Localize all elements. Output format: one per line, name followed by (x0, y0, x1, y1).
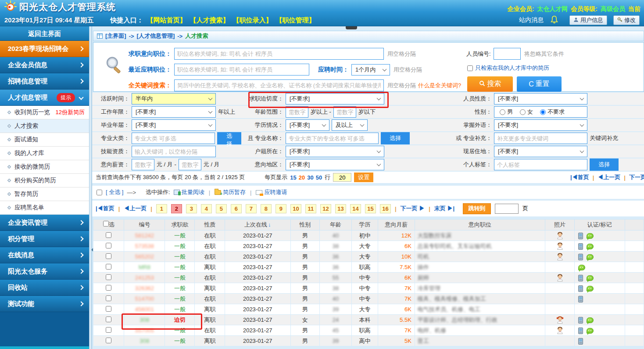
intent-position-input[interactable] (174, 48, 384, 60)
page-button-3[interactable]: 3 (186, 204, 197, 213)
phone-verified-icon[interactable] (578, 285, 583, 292)
first-page-link[interactable]: |◀首页 (96, 205, 114, 212)
only-my-pool-checkbox[interactable] (467, 65, 473, 71)
page-size-input[interactable] (333, 173, 351, 182)
phone-verified-icon[interactable] (578, 243, 583, 250)
sidebar-submenu-talent-search[interactable]: 人才搜索 (0, 119, 89, 133)
breadcrumb-talent-info[interactable]: [人才信息管理] (137, 32, 175, 40)
quick-link[interactable]: 【职位管理】 (275, 16, 315, 25)
candidate-avatar[interactable] (556, 234, 564, 241)
quick-link[interactable]: 【人才搜索】 (190, 16, 229, 25)
sidebar-submenu-points-purchased-resumes[interactable]: 积分购买的简历 (0, 174, 89, 187)
only-my-pool-label[interactable]: 只检索在我的人才库中的简历 (475, 64, 549, 72)
phone-verified-icon[interactable] (578, 327, 583, 334)
filter-education-select[interactable]: [不要求] (286, 119, 329, 131)
row-checkbox[interactable] (106, 285, 111, 291)
sort-desc-icon[interactable]: ↓ (268, 221, 271, 228)
quick-link[interactable]: 【网站首页】 (147, 16, 186, 25)
wechat-icon[interactable] (587, 275, 594, 281)
sidebar-menu-online-messages[interactable]: 在线消息 (0, 247, 89, 263)
filter-major-category-input[interactable] (132, 133, 215, 144)
candidate-id-cell[interactable]: 308 (124, 336, 165, 346)
user-info-button[interactable]: 用户信息 (569, 15, 607, 25)
phone-verified-icon[interactable] (578, 233, 583, 239)
page-button-15[interactable]: 15 (365, 204, 376, 213)
candidate-id-cell[interactable]: 573538 (124, 241, 165, 252)
phone-verified-icon[interactable] (578, 275, 583, 281)
row-checkbox[interactable] (106, 327, 111, 333)
candidate-id-cell[interactable]: MR8 (124, 262, 165, 273)
row-checkbox[interactable] (106, 317, 111, 322)
row-checkbox[interactable] (106, 338, 111, 343)
page-button-16[interactable]: 16 (380, 204, 391, 213)
gender-radio[interactable] (500, 109, 505, 115)
page-size-apply-button[interactable]: 设置 (354, 173, 373, 182)
page-button-14[interactable]: 14 (350, 204, 361, 213)
wechat-icon[interactable] (587, 244, 594, 249)
gender-option[interactable]: 女 (520, 108, 533, 116)
row-checkbox[interactable] (106, 295, 111, 301)
page-button-5[interactable]: 5 (216, 204, 227, 213)
page-button-8[interactable]: 8 (261, 204, 272, 213)
filter-salary-range-min-input[interactable] (132, 159, 154, 170)
sidebar-menu-company-member-info[interactable]: 企业会员信息 (0, 57, 89, 73)
filter-household-location-select[interactable]: [不要求] (286, 146, 384, 157)
what-is-full-keyword-link[interactable]: 什么是全关键词? (418, 82, 461, 90)
filter-person-type-select[interactable]: [不要求] (494, 93, 587, 104)
phone-verified-icon[interactable] (578, 296, 583, 302)
sidebar-splitter[interactable] (89, 26, 92, 349)
candidate-id-cell[interactable]: 326362 (124, 283, 165, 294)
candidate-id-cell[interactable]: 557005 (124, 325, 165, 336)
sidebar-menu-talent-info-mgmt[interactable]: 人才信息管理提示 (0, 90, 89, 106)
filter-age-range-max-input[interactable] (333, 106, 356, 118)
page-size-option-15[interactable]: 15 (290, 174, 296, 181)
quick-link[interactable]: 【职位录入】 (233, 16, 272, 25)
back-to-main-button[interactable]: 返回主界面 (0, 26, 89, 41)
modify-password-button[interactable]: 修改 (613, 15, 640, 25)
page-button-2[interactable]: 2 (171, 204, 182, 213)
candidate-id-cell[interactable]: 581242 (124, 230, 165, 241)
wechat-icon[interactable] (587, 254, 594, 260)
wechat-icon[interactable] (578, 265, 585, 270)
page-button-9[interactable]: 9 (275, 204, 286, 213)
gender-option[interactable]: 不要求 (540, 108, 565, 116)
filter-foreign-language-select[interactable]: [不要求] (494, 119, 587, 131)
phone-verified-icon[interactable] (578, 338, 583, 345)
page-size-option-50[interactable]: 50 (316, 174, 322, 181)
phone-verified-icon[interactable] (578, 254, 583, 260)
page-button-10[interactable]: 10 (290, 204, 301, 213)
page-button-1[interactable]: 1 (156, 204, 167, 213)
candidate-id-cell[interactable]: 308 (124, 315, 165, 325)
collapse-handle[interactable] (346, 26, 357, 29)
filter-major-extra-input[interactable] (494, 133, 587, 144)
sidebar-menu-company-news-mgmt[interactable]: 企业资讯管理 (0, 215, 89, 231)
apply-time-select[interactable]: 1个月内 (351, 64, 390, 76)
search-button[interactable]: 搜索 (467, 76, 513, 92)
filter-personal-tag-choose-button[interactable]: 选择 (590, 158, 619, 171)
mini-first-page-link[interactable]: |◀首页 (570, 173, 589, 181)
candidate-avatar[interactable] (556, 245, 564, 251)
select-all-label[interactable]: [ 全选 ] (106, 188, 123, 196)
last-page-link[interactable]: 末页 ▶| (434, 205, 454, 212)
batch-read-link[interactable]: 批量阅读 (174, 188, 204, 196)
filter-intended-region-select[interactable]: [不要求] (286, 159, 384, 170)
page-button-7[interactable]: 7 (246, 204, 257, 213)
mini-prev-page-link[interactable]: ◀上一页 (597, 173, 620, 181)
recent-applied-input[interactable] (174, 64, 309, 76)
filter-current-residence-select[interactable]: [不要求] (494, 146, 587, 157)
filter-personal-tag-input[interactable] (494, 159, 587, 170)
row-checkbox[interactable] (106, 243, 111, 248)
sidebar-submenu-received-micro-resumes[interactable]: 接收的微简历 (0, 160, 89, 174)
wechat-icon[interactable] (587, 233, 594, 239)
select-all-checkbox[interactable] (97, 190, 102, 195)
filter-active-time-select[interactable]: 半年内 (132, 93, 216, 104)
page-button-11[interactable]: 11 (305, 204, 316, 213)
sidebar-submenu-interview-notice[interactable]: 面试通知 (0, 133, 89, 147)
filter-major-category-choose-button[interactable]: 选择 (217, 132, 241, 144)
page-button-12[interactable]: 12 (320, 204, 331, 213)
reset-button[interactable]: C 重置 (517, 76, 562, 92)
row-checkbox[interactable] (106, 232, 111, 238)
breadcrumb-main[interactable]: [主界面] (105, 32, 126, 40)
jump-page-input[interactable] (495, 204, 519, 214)
candidate-avatar[interactable] (556, 276, 564, 283)
